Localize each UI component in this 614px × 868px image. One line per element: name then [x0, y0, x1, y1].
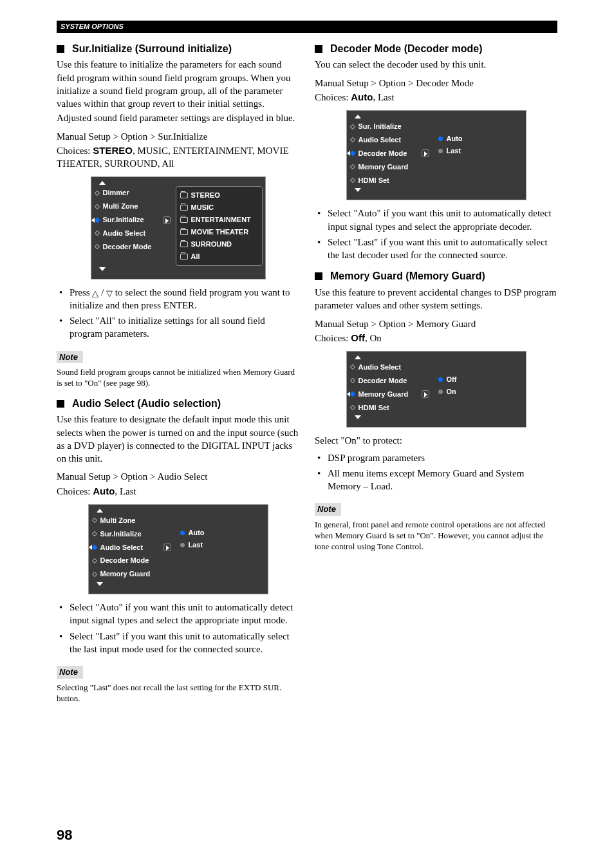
bullet-square-icon: [315, 45, 322, 53]
decoder-osd: Sur. Initialize Audio Select Decoder Mod…: [346, 110, 526, 200]
surinit-desc1: Use this feature to initialize the param…: [57, 58, 299, 110]
arrow-down-icon: [355, 415, 361, 419]
arrow-down-icon: [355, 188, 361, 192]
arrow-right-icon: [163, 543, 171, 551]
audioselect-choices: Choices: Auto, Last: [57, 485, 299, 498]
audioselect-title-text: Audio Select (Audio selection): [72, 397, 221, 411]
arrow-down-icon: [99, 267, 106, 271]
osd-item: Sur. Initialize: [349, 120, 431, 133]
memguard-title-text: Memory Guard (Memory Guard): [330, 269, 485, 283]
osd-item-selected: Audio Select: [91, 541, 172, 554]
arrow-up-icon: [97, 509, 103, 513]
arrow-up-icon: [355, 115, 361, 118]
osd-option: SURROUND: [180, 238, 258, 250]
osd-item: Dimmer: [94, 186, 172, 200]
arrow-right-icon: [422, 390, 429, 398]
osd-item: Sur.Initialize: [91, 527, 172, 541]
osd-option: Last: [180, 539, 261, 551]
folder-icon: [180, 193, 188, 198]
osd-option: All: [180, 250, 258, 263]
osd-item-selected: Sur.Initialize: [94, 213, 172, 227]
decoder-choices: Choices: Auto, Last: [315, 91, 557, 104]
osd-option: Last: [438, 145, 519, 157]
osd-option: STEREO: [180, 189, 258, 202]
arrow-right-icon: [163, 216, 171, 224]
osd-option: On: [438, 386, 519, 398]
memguard-choices: Choices: Off, On: [315, 332, 557, 344]
osd-item: Decoder Mode: [94, 240, 172, 254]
folder-icon: [180, 254, 188, 259]
osd-item-selected: Memory Guard: [349, 388, 431, 401]
surinit-choices: Choices: STEREO, MUSIC, ENTERTAINMENT, M…: [57, 144, 299, 171]
memguard-title: Memory Guard (Memory Guard): [315, 269, 557, 283]
surinit-path: Manual Setup > Option > Sur.Initialize: [57, 130, 299, 143]
audioselect-desc: Use this feature to designate the defaul…: [57, 413, 299, 465]
folder-icon: [180, 217, 188, 223]
folder-icon: [180, 229, 188, 235]
osd-option-selected: Auto: [438, 133, 519, 145]
osd-item: Multi Zone: [94, 200, 172, 213]
bullet-square-icon: [57, 400, 64, 408]
osd-item: Decoder Mode: [349, 374, 431, 388]
note-badge: Note: [57, 666, 83, 679]
folder-icon: [180, 205, 188, 211]
decoder-path: Manual Setup > Option > Decoder Mode: [315, 77, 557, 90]
osd-item-selected: Decoder Mode: [349, 147, 431, 160]
memguard-osd: Audio Select Decoder Mode Memory Guard H…: [346, 351, 526, 428]
surinit-bullet-1: Press △ / ▽ to select the sound field pr…: [57, 286, 299, 312]
down-triangle-icon: ▽: [106, 289, 113, 297]
audioselect-osd: Multi Zone Sur.Initialize Audio Select D…: [88, 504, 268, 594]
audioselect-note: Selecting "Last" does not recall the las…: [57, 683, 299, 704]
decoder-bullet-1: Select "Auto" if you want this unit to a…: [315, 207, 557, 233]
memguard-protect-1: DSP program parameters: [315, 451, 557, 464]
osd-item: Audio Select: [349, 133, 431, 147]
note-badge: Note: [315, 503, 341, 516]
memguard-path: Manual Setup > Option > Memory Guard: [315, 317, 557, 330]
osd-option: ENTERTAINMENT: [180, 214, 258, 226]
arrow-up-icon: [355, 355, 361, 359]
osd-item: HDMI Set: [349, 174, 431, 187]
page-number: 98: [57, 826, 72, 845]
surinit-title-text: Sur.Initialize (Surround initialize): [72, 42, 232, 56]
osd-item: Memory Guard: [349, 160, 431, 174]
decoder-title-text: Decoder Mode (Decoder mode): [330, 42, 482, 56]
osd-item: Audio Select: [349, 361, 431, 374]
bullet-square-icon: [57, 45, 64, 53]
up-triangle-icon: △: [92, 289, 98, 297]
decoder-title: Decoder Mode (Decoder mode): [315, 42, 557, 56]
osd-item: Memory Guard: [91, 567, 172, 581]
bullet-square-icon: [315, 272, 322, 280]
arrow-up-icon: [99, 181, 106, 185]
arrow-down-icon: [97, 582, 103, 586]
note-badge: Note: [57, 351, 83, 364]
audioselect-title: Audio Select (Audio selection): [57, 397, 299, 411]
osd-option: MUSIC: [180, 202, 258, 214]
osd-item: Multi Zone: [91, 514, 172, 527]
folder-icon: [180, 241, 188, 247]
audioselect-bullet-2: Select "Last" if you want this unit to a…: [57, 630, 299, 656]
osd-item: Audio Select: [94, 227, 172, 240]
surinit-note: Sound field program groups cannot be ini…: [57, 367, 299, 389]
surinit-title: Sur.Initialize (Surround initialize): [57, 42, 299, 56]
decoder-bullet-2: Select "Last" if you want this unit to a…: [315, 236, 557, 262]
memguard-note: In general, front panel and remote contr…: [315, 520, 557, 552]
memguard-desc: Use this feature to prevent accidental c…: [315, 286, 557, 312]
arrow-right-icon: [422, 149, 429, 157]
surinit-osd: Dimmer Multi Zone Sur.Initialize Audio S…: [91, 176, 266, 279]
memguard-protect-2: All menu items except Memory Guard and S…: [315, 467, 557, 493]
osd-option-selected: Off: [438, 373, 519, 386]
audioselect-bullet-1: Select "Auto" if you want this unit to a…: [57, 601, 299, 627]
decoder-desc: You can select the decoder used by this …: [315, 58, 557, 71]
osd-option: MOVIE THEATER: [180, 226, 258, 238]
section-header: SYSTEM OPTIONS: [57, 21, 557, 33]
osd-option-selected: Auto: [180, 527, 261, 539]
audioselect-path: Manual Setup > Option > Audio Select: [57, 470, 299, 483]
surinit-desc2: Adjusted sound field parameter settings …: [57, 111, 299, 124]
memguard-protect-lead: Select "On" to protect:: [315, 434, 557, 447]
surinit-bullet-2: Select "All" to initialize settings for …: [57, 314, 299, 341]
osd-item: Decoder Mode: [91, 554, 172, 567]
osd-item: HDMI Set: [349, 401, 431, 415]
